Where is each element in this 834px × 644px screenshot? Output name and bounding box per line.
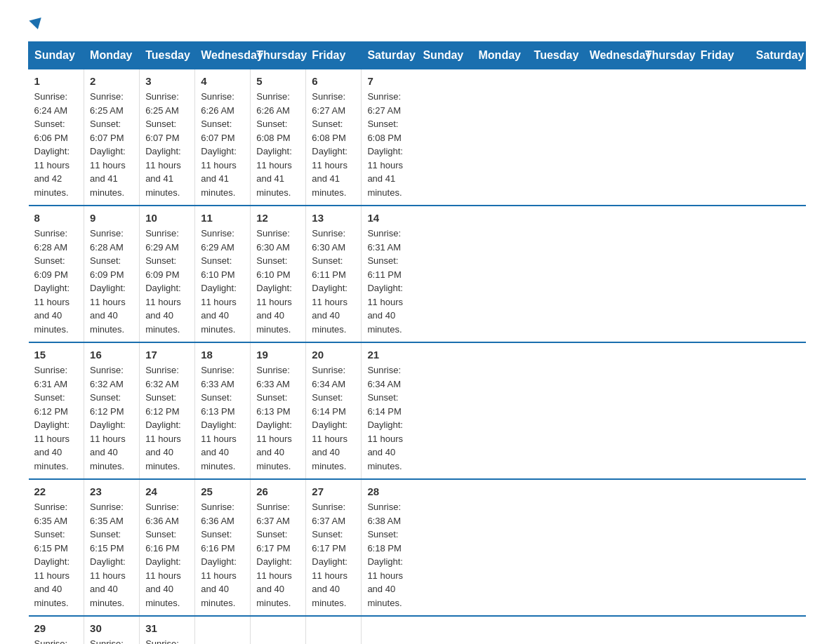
col-header-sunday: Sunday xyxy=(417,42,472,69)
calendar-cell: 2 Sunrise: 6:25 AM Sunset: 6:07 PM Dayli… xyxy=(84,69,140,206)
day-info: Sunrise: 6:27 AM Sunset: 6:08 PM Dayligh… xyxy=(367,90,411,199)
calendar-cell: 17 Sunrise: 6:32 AM Sunset: 6:12 PM Dayl… xyxy=(140,342,195,479)
day-number: 12 xyxy=(256,212,300,224)
calendar-week-row: 22 Sunrise: 6:35 AM Sunset: 6:15 PM Dayl… xyxy=(29,479,806,616)
day-info: Sunrise: 6:36 AM Sunset: 6:16 PM Dayligh… xyxy=(201,500,244,610)
calendar-cell: 1 Sunrise: 6:24 AM Sunset: 6:06 PM Dayli… xyxy=(29,69,84,206)
day-number: 9 xyxy=(90,212,133,224)
calendar-cell: 28 Sunrise: 6:38 AM Sunset: 6:18 PM Dayl… xyxy=(362,479,417,616)
day-number: 15 xyxy=(34,349,79,361)
day-info: Sunrise: 6:24 AM Sunset: 6:06 PM Dayligh… xyxy=(34,90,79,199)
day-info: Sunrise: 6:38 AM Sunset: 6:18 PM Dayligh… xyxy=(34,637,79,644)
day-info: Sunrise: 6:32 AM Sunset: 6:12 PM Dayligh… xyxy=(90,363,133,473)
calendar-header-row: SundayMondayTuesdayWednesdayThursdayFrid… xyxy=(29,42,806,69)
day-info: Sunrise: 6:35 AM Sunset: 6:15 PM Dayligh… xyxy=(90,500,133,610)
col-header-monday: Monday xyxy=(472,42,528,69)
day-number: 14 xyxy=(367,212,411,224)
day-info: Sunrise: 6:30 AM Sunset: 6:11 PM Dayligh… xyxy=(312,227,355,336)
day-number: 20 xyxy=(312,349,355,361)
day-info: Sunrise: 6:36 AM Sunset: 6:16 PM Dayligh… xyxy=(145,500,189,610)
calendar-cell: 3 Sunrise: 6:25 AM Sunset: 6:07 PM Dayli… xyxy=(140,69,195,206)
day-number: 26 xyxy=(256,485,300,497)
col-header-tuesday: Tuesday xyxy=(140,42,195,69)
col-header-monday: Monday xyxy=(84,42,140,69)
day-info: Sunrise: 6:34 AM Sunset: 6:14 PM Dayligh… xyxy=(367,363,411,473)
calendar-cell: 19 Sunrise: 6:33 AM Sunset: 6:13 PM Dayl… xyxy=(251,342,306,479)
day-number: 23 xyxy=(90,485,133,497)
day-info: Sunrise: 6:31 AM Sunset: 6:11 PM Dayligh… xyxy=(367,227,411,336)
day-info: Sunrise: 6:33 AM Sunset: 6:13 PM Dayligh… xyxy=(256,363,300,473)
day-number: 6 xyxy=(312,75,355,87)
day-info: Sunrise: 6:31 AM Sunset: 6:12 PM Dayligh… xyxy=(34,363,79,473)
col-header-friday: Friday xyxy=(306,42,362,69)
calendar-cell xyxy=(362,616,417,644)
day-info: Sunrise: 6:37 AM Sunset: 6:17 PM Dayligh… xyxy=(256,500,300,610)
day-number: 29 xyxy=(34,622,79,634)
calendar-cell: 14 Sunrise: 6:31 AM Sunset: 6:11 PM Dayl… xyxy=(362,206,417,342)
calendar-cell: 11 Sunrise: 6:29 AM Sunset: 6:10 PM Dayl… xyxy=(195,206,251,342)
day-info: Sunrise: 6:30 AM Sunset: 6:10 PM Dayligh… xyxy=(256,227,300,336)
calendar-table: SundayMondayTuesdayWednesdayThursdayFrid… xyxy=(28,41,806,644)
day-number: 1 xyxy=(34,75,79,87)
day-number: 3 xyxy=(145,75,189,87)
day-number: 27 xyxy=(312,485,355,497)
day-number: 10 xyxy=(145,212,189,224)
day-info: Sunrise: 6:29 AM Sunset: 6:09 PM Dayligh… xyxy=(145,227,189,336)
day-number: 21 xyxy=(367,349,411,361)
col-header-friday: Friday xyxy=(694,42,750,69)
col-header-saturday: Saturday xyxy=(362,42,417,69)
day-number: 13 xyxy=(312,212,355,224)
day-info: Sunrise: 6:29 AM Sunset: 6:10 PM Dayligh… xyxy=(201,227,244,336)
calendar-week-row: 1 Sunrise: 6:24 AM Sunset: 6:06 PM Dayli… xyxy=(29,69,806,206)
col-header-sunday: Sunday xyxy=(29,42,84,69)
calendar-cell: 20 Sunrise: 6:34 AM Sunset: 6:14 PM Dayl… xyxy=(306,342,362,479)
col-header-thursday: Thursday xyxy=(251,42,306,69)
calendar-cell: 25 Sunrise: 6:36 AM Sunset: 6:16 PM Dayl… xyxy=(195,479,251,616)
day-info: Sunrise: 6:28 AM Sunset: 6:09 PM Dayligh… xyxy=(34,227,79,336)
calendar-cell xyxy=(306,616,362,644)
day-number: 11 xyxy=(201,212,244,224)
day-number: 24 xyxy=(145,485,189,497)
calendar-cell: 21 Sunrise: 6:34 AM Sunset: 6:14 PM Dayl… xyxy=(362,342,417,479)
calendar-cell: 9 Sunrise: 6:28 AM Sunset: 6:09 PM Dayli… xyxy=(84,206,140,342)
day-info: Sunrise: 6:25 AM Sunset: 6:07 PM Dayligh… xyxy=(90,90,133,199)
day-info: Sunrise: 6:25 AM Sunset: 6:07 PM Dayligh… xyxy=(145,90,189,199)
day-number: 5 xyxy=(256,75,300,87)
calendar-cell xyxy=(195,616,251,644)
day-number: 8 xyxy=(34,212,79,224)
day-info: Sunrise: 6:37 AM Sunset: 6:17 PM Dayligh… xyxy=(312,500,355,610)
calendar-cell: 5 Sunrise: 6:26 AM Sunset: 6:08 PM Dayli… xyxy=(251,69,306,206)
day-number: 22 xyxy=(34,485,79,497)
calendar-cell: 23 Sunrise: 6:35 AM Sunset: 6:15 PM Dayl… xyxy=(84,479,140,616)
day-number: 28 xyxy=(367,485,411,497)
calendar-cell: 8 Sunrise: 6:28 AM Sunset: 6:09 PM Dayli… xyxy=(29,206,84,342)
col-header-thursday: Thursday xyxy=(639,42,694,69)
day-info: Sunrise: 6:35 AM Sunset: 6:15 PM Dayligh… xyxy=(34,500,79,610)
day-number: 19 xyxy=(256,349,300,361)
calendar-cell: 6 Sunrise: 6:27 AM Sunset: 6:08 PM Dayli… xyxy=(306,69,362,206)
calendar-cell: 7 Sunrise: 6:27 AM Sunset: 6:08 PM Dayli… xyxy=(362,69,417,206)
calendar-week-row: 15 Sunrise: 6:31 AM Sunset: 6:12 PM Dayl… xyxy=(29,342,806,479)
logo xyxy=(28,21,43,27)
day-info: Sunrise: 6:34 AM Sunset: 6:14 PM Dayligh… xyxy=(312,363,355,473)
day-number: 30 xyxy=(90,622,133,634)
logo-triangle-icon xyxy=(29,18,44,31)
day-number: 31 xyxy=(145,622,189,634)
calendar-week-row: 8 Sunrise: 6:28 AM Sunset: 6:09 PM Dayli… xyxy=(29,206,806,342)
day-info: Sunrise: 6:39 AM Sunset: 6:19 PM Dayligh… xyxy=(90,637,133,644)
day-number: 17 xyxy=(145,349,189,361)
calendar-cell: 10 Sunrise: 6:29 AM Sunset: 6:09 PM Dayl… xyxy=(140,206,195,342)
day-info: Sunrise: 6:28 AM Sunset: 6:09 PM Dayligh… xyxy=(90,227,133,336)
day-info: Sunrise: 6:32 AM Sunset: 6:12 PM Dayligh… xyxy=(145,363,189,473)
calendar-cell: 29 Sunrise: 6:38 AM Sunset: 6:18 PM Dayl… xyxy=(29,616,84,644)
day-info: Sunrise: 6:33 AM Sunset: 6:13 PM Dayligh… xyxy=(201,363,244,473)
day-info: Sunrise: 6:38 AM Sunset: 6:18 PM Dayligh… xyxy=(367,500,411,610)
day-info: Sunrise: 6:39 AM Sunset: 6:19 PM Dayligh… xyxy=(145,637,189,644)
day-info: Sunrise: 6:26 AM Sunset: 6:07 PM Dayligh… xyxy=(201,90,244,199)
day-info: Sunrise: 6:26 AM Sunset: 6:08 PM Dayligh… xyxy=(256,90,300,199)
day-number: 7 xyxy=(367,75,411,87)
calendar-cell: 15 Sunrise: 6:31 AM Sunset: 6:12 PM Dayl… xyxy=(29,342,84,479)
col-header-tuesday: Tuesday xyxy=(528,42,583,69)
calendar-cell: 24 Sunrise: 6:36 AM Sunset: 6:16 PM Dayl… xyxy=(140,479,195,616)
col-header-wednesday: Wednesday xyxy=(195,42,251,69)
